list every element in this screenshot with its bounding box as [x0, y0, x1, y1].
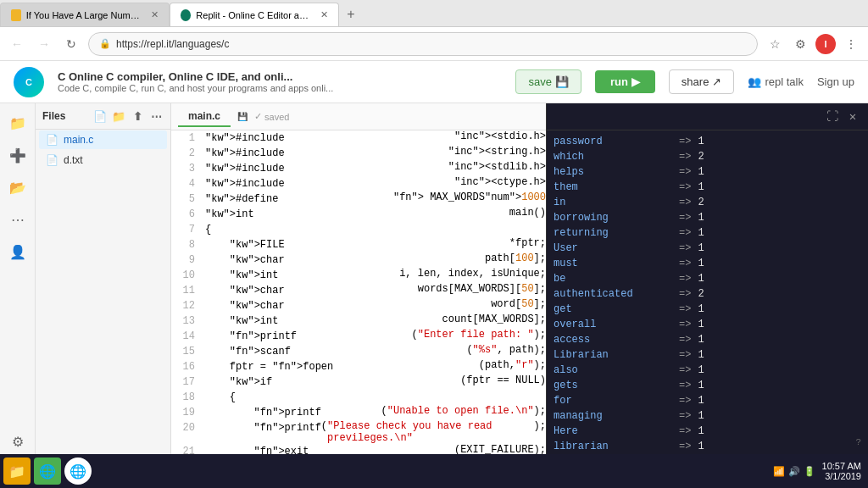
sidebar-settings-icon[interactable]: ⚙	[5, 429, 31, 454]
output-line: borrowing=> 1	[554, 210, 861, 225]
lock-icon: 🔒	[99, 38, 111, 49]
code-line: 21 "fn">exit(EXIT_FAILURE);	[171, 444, 546, 454]
new-tab-button[interactable]: +	[339, 3, 363, 26]
run-label: run	[610, 75, 628, 88]
bookmark-icon[interactable]: ☆	[765, 34, 785, 54]
code-line: 13 "kw">int count[MAX_WORDS];	[171, 313, 546, 329]
output-header: ⛶ ✕	[547, 103, 868, 130]
code-line: 2"kw">#include "inc"><string.h>	[171, 146, 546, 161]
replit-title: C Online C compiler, Online C IDE, and o…	[58, 70, 502, 93]
taskbar-chrome-icon[interactable]: 🌐	[64, 458, 92, 485]
share-label: share	[682, 75, 709, 88]
taskbar-date: 3/1/2019	[822, 471, 861, 481]
network-icon: 📶	[773, 466, 785, 477]
url-bar[interactable]: 🔒 https://repl.it/languages/c	[88, 32, 758, 56]
file-panel-header: Files 📄 📁 ⬆ ⋯	[36, 103, 170, 130]
expand-icon[interactable]: ⛶	[824, 108, 841, 125]
sidebar-add-icon[interactable]: ➕	[5, 142, 31, 168]
output-line: for=> 1	[554, 393, 861, 408]
replit-logo: C	[14, 67, 44, 97]
file-name-dtxt: d.txt	[64, 154, 83, 166]
tab-2[interactable]: Replit - Online C Editor and IDE ✕	[170, 3, 339, 26]
editor-tab-icon: 💾	[237, 112, 248, 121]
repl-talk-label: repl talk	[765, 75, 804, 88]
tab2-label: Replit - Online C Editor and IDE	[196, 10, 312, 20]
replit-title-sub: Code C, compile C, run C, and host your …	[58, 83, 502, 93]
taskbar-browser-icon[interactable]: 🌐	[34, 458, 61, 485]
file-name-mainc: main.c	[64, 134, 93, 146]
output-content[interactable]: password=> 1which=> 2helps=> 1them=> 1in…	[547, 130, 868, 454]
code-line: 17 "kw">if (fptr == NULL)	[171, 374, 546, 390]
volume-icon: 🔊	[788, 466, 800, 477]
repl-talk-link[interactable]: 👥 repl talk	[748, 75, 804, 88]
code-line: 12 "kw">char word[50];	[171, 298, 546, 313]
reload-button[interactable]: ↻	[61, 34, 81, 54]
tab-1[interactable]: If You Have A Large Number Of... ✕	[0, 3, 170, 26]
output-line: returning=> 1	[554, 225, 861, 241]
editor-tab-label: main.c	[188, 110, 220, 122]
more-icon[interactable]: ⋯	[148, 108, 164, 124]
address-bar: ← → ↻ 🔒 https://repl.it/languages/c ☆ ⚙ …	[0, 27, 868, 61]
tab2-close[interactable]: ✕	[320, 9, 328, 20]
save-button[interactable]: save 💾	[515, 69, 581, 94]
taskbar: 📁 🌐 🌐 📶 🔊 🔋 10:57 AM 3/1/2019	[0, 454, 868, 488]
output-panel: ⛶ ✕ password=> 1which=> 2helps=> 1them=>…	[546, 103, 868, 454]
output-line: authenticated=> 2	[554, 286, 861, 302]
sidebar-more-icon[interactable]: ⋯	[5, 207, 31, 232]
share-button[interactable]: share ↗	[669, 69, 735, 94]
sidebar-files-icon[interactable]: 📁	[5, 110, 31, 136]
file-item-mainc[interactable]: 📄 main.c	[39, 130, 167, 149]
tab1-label: If You Have A Large Number Of...	[26, 10, 142, 20]
browser-window: If You Have A Large Number Of... ✕ Repli…	[0, 0, 868, 454]
taskbar-icons: 📶 🔊 🔋	[773, 466, 815, 477]
code-line: 7{	[171, 222, 546, 237]
output-line: which=> 2	[554, 149, 861, 164]
menu-icon[interactable]: ⋮	[841, 34, 861, 54]
play-icon: ▶	[632, 75, 640, 88]
replit-title-main: C Online C compiler, Online C IDE, and o…	[58, 70, 502, 83]
new-folder-icon[interactable]: 📁	[111, 108, 126, 124]
output-line: also=> 1	[554, 363, 861, 378]
forward-button[interactable]: →	[34, 34, 54, 54]
editor-area: main.c 💾 ✓ saved 1"kw">#include "inc"><s…	[171, 103, 546, 454]
close-output-icon[interactable]: ✕	[844, 108, 861, 125]
check-icon: ✓	[254, 111, 262, 122]
files-label: Files	[42, 110, 65, 122]
taskbar-time: 10:57 AM	[822, 461, 861, 471]
editor-tabs-bar: main.c 💾 ✓ saved	[171, 103, 546, 130]
code-line: 9 "kw">char path[100];	[171, 252, 546, 268]
output-line: password=> 1	[554, 134, 861, 149]
sidebar-users-icon[interactable]: 👤	[5, 239, 31, 264]
code-line: 18 {	[171, 390, 546, 405]
sidebar-folder-icon[interactable]: 📂	[5, 175, 31, 200]
file-item-dtxt[interactable]: 📄 d.txt	[39, 151, 167, 169]
output-line: get=> 1	[554, 302, 861, 317]
saved-indicator: ✓ saved	[254, 111, 289, 122]
sign-up-link[interactable]: Sign up	[817, 75, 854, 88]
people-icon: 👥	[748, 75, 761, 88]
extensions-icon[interactable]: ⚙	[790, 34, 810, 54]
new-file-icon[interactable]: 📄	[92, 108, 108, 124]
output-line: Librarian=> 1	[554, 347, 861, 363]
code-line: 8 "kw">FILE *fptr;	[171, 237, 546, 252]
back-button[interactable]: ←	[7, 34, 27, 54]
profile-avatar[interactable]: I	[815, 34, 836, 54]
file-icon-mainc: 📄	[46, 134, 58, 146]
upload-icon[interactable]: ⬆	[130, 108, 145, 124]
tab1-favicon	[11, 9, 21, 21]
output-line: them=> 1	[554, 180, 861, 195]
code-line: 4"kw">#include "inc"><ctype.h>	[171, 176, 546, 191]
output-line: managing=> 1	[554, 408, 861, 424]
output-line: in=> 2	[554, 195, 861, 210]
code-line: 3"kw">#include "inc"><stdlib.h>	[171, 161, 546, 176]
output-line: librarian=> 1	[554, 439, 861, 454]
output-line: be=> 1	[554, 271, 861, 286]
run-button[interactable]: run ▶	[595, 70, 655, 93]
code-line: 15 "fn">scanf("%s", path);	[171, 344, 546, 359]
code-line: 11 "kw">char words[MAX_WORDS][50];	[171, 283, 546, 298]
tab1-close[interactable]: ✕	[151, 9, 159, 20]
taskbar-files-icon[interactable]: 📁	[3, 458, 31, 485]
code-editor[interactable]: 1"kw">#include "inc"><stdio.h>2"kw">#inc…	[171, 130, 546, 454]
editor-tab-mainc[interactable]: main.c	[178, 107, 231, 127]
save-icon: 💾	[555, 75, 569, 88]
